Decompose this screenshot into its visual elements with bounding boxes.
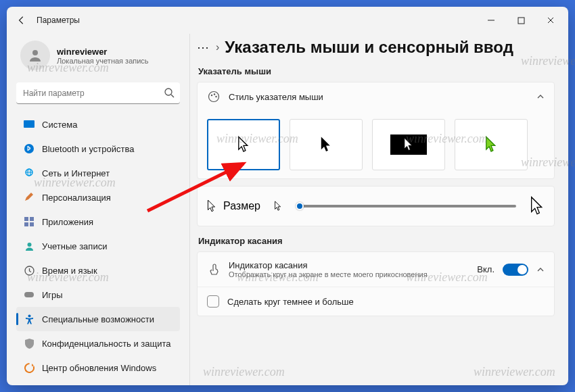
nav-accessibility[interactable]: Специальные возможности bbox=[16, 307, 180, 331]
section-pointer: Указатель мыши bbox=[198, 66, 555, 76]
svg-point-3 bbox=[165, 89, 172, 95]
pointer-style-inverted[interactable] bbox=[372, 119, 445, 170]
svg-point-2 bbox=[32, 50, 38, 55]
svg-point-19 bbox=[211, 95, 212, 96]
person-icon bbox=[23, 240, 35, 252]
svg-line-4 bbox=[171, 95, 174, 97]
nav-privacy[interactable]: Конфиденциальность и защита bbox=[16, 331, 180, 356]
bluetooth-icon bbox=[23, 143, 35, 155]
pointer-size-card: Размер bbox=[197, 186, 555, 226]
nav-system[interactable]: Система bbox=[16, 112, 180, 137]
search-icon bbox=[164, 87, 175, 98]
gamepad-icon bbox=[23, 289, 35, 301]
user-block[interactable]: winreviewer Локальная учетная запись bbox=[16, 34, 180, 77]
svg-point-20 bbox=[214, 93, 215, 95]
svg-rect-12 bbox=[24, 222, 28, 226]
nav-bluetooth[interactable]: Bluetooth и устройства bbox=[16, 137, 180, 161]
slider-thumb[interactable] bbox=[296, 202, 304, 210]
display-icon bbox=[23, 118, 35, 130]
page-title: Указатель мыши и сенсорный ввод bbox=[225, 38, 513, 57]
checkbox[interactable] bbox=[207, 295, 219, 308]
chevron-right-icon: › bbox=[216, 41, 219, 53]
toggle-state: Вкл. bbox=[477, 264, 495, 274]
window-controls bbox=[476, 9, 566, 31]
pointer-style-label: Стиль указателя мыши bbox=[229, 92, 323, 102]
user-sub: Локальная учетная запись bbox=[57, 57, 149, 65]
svg-rect-5 bbox=[24, 120, 34, 128]
chevron-up-icon[interactable] bbox=[536, 266, 545, 274]
nav-label: Система bbox=[42, 120, 77, 130]
nav-label: Учетные записи bbox=[42, 241, 107, 251]
nav-update[interactable]: Центр обновления Windows bbox=[16, 356, 180, 378]
touch-toggle[interactable] bbox=[503, 264, 528, 276]
pointer-size-label: Размер bbox=[223, 200, 260, 212]
titlebar: Параметры bbox=[7, 7, 568, 34]
search-input[interactable] bbox=[16, 82, 180, 104]
pointer-style-card: Стиль указателя мыши bbox=[197, 82, 555, 179]
nav-personalization[interactable]: Персонализация bbox=[16, 185, 180, 210]
touch-sub: Отображать круг на экране в месте моего … bbox=[229, 270, 428, 278]
svg-point-14 bbox=[27, 243, 31, 247]
nav-label: Сеть и Интернет bbox=[42, 168, 110, 178]
cursor-min-icon bbox=[274, 201, 282, 212]
svg-rect-13 bbox=[30, 222, 34, 226]
minimize-button[interactable] bbox=[476, 9, 506, 31]
nav-label: Конфиденциальность и защита bbox=[42, 339, 171, 349]
network-icon bbox=[23, 167, 35, 179]
nav-label: Bluetooth и устройства bbox=[42, 144, 134, 154]
touch-icon bbox=[207, 264, 221, 276]
svg-point-21 bbox=[215, 96, 216, 97]
pointer-style-options bbox=[198, 111, 554, 178]
update-icon bbox=[23, 362, 35, 374]
pointer-style-row[interactable]: Стиль указателя мыши bbox=[198, 82, 554, 111]
touch-indicator-row[interactable]: Индикатор касания Отображать круг на экр… bbox=[198, 252, 554, 287]
size-slider[interactable] bbox=[296, 205, 516, 207]
nav-label: Центр обновления Windows bbox=[42, 363, 156, 373]
palette-icon bbox=[207, 91, 221, 103]
close-button[interactable] bbox=[536, 9, 566, 31]
svg-point-18 bbox=[209, 92, 219, 102]
section-touch: Индикатор касания bbox=[198, 236, 555, 246]
nav-label: Время и язык bbox=[42, 266, 97, 276]
nav-apps[interactable]: Приложения bbox=[16, 210, 180, 234]
nav-label: Персонализация bbox=[42, 193, 111, 203]
clock-icon bbox=[23, 264, 35, 276]
shield-icon bbox=[23, 337, 35, 349]
search-box bbox=[16, 82, 180, 104]
body: winreviewer Локальная учетная запись Сис… bbox=[7, 34, 568, 385]
touch-title: Индикатор касания bbox=[229, 260, 428, 270]
pointer-style-custom[interactable] bbox=[455, 119, 528, 170]
avatar bbox=[20, 41, 50, 70]
svg-rect-1 bbox=[518, 18, 524, 24]
maximize-button[interactable] bbox=[506, 9, 536, 31]
chevron-up-icon bbox=[536, 93, 545, 101]
brush-icon bbox=[23, 191, 35, 203]
cursor-small-icon bbox=[207, 199, 216, 213]
nav-label: Приложения bbox=[42, 217, 93, 227]
sidebar: winreviewer Локальная учетная запись Сис… bbox=[7, 34, 189, 385]
app-title: Параметры bbox=[37, 16, 80, 25]
settings-window: Параметры winreviewer Локальная учетная … bbox=[7, 7, 568, 385]
pointer-style-black[interactable] bbox=[290, 119, 363, 170]
nav-time[interactable]: Время и язык bbox=[16, 258, 180, 283]
content: ⋯ › Указатель мыши и сенсорный ввод Указ… bbox=[189, 34, 568, 385]
accessibility-icon bbox=[23, 313, 35, 325]
cursor-max-icon bbox=[530, 196, 545, 216]
pointer-style-white[interactable] bbox=[207, 119, 280, 170]
svg-rect-10 bbox=[24, 217, 28, 221]
touch-card: Индикатор касания Отображать круг на экр… bbox=[197, 251, 555, 316]
back-button[interactable] bbox=[9, 8, 34, 32]
nav-label: Игры bbox=[42, 290, 63, 300]
nav-gaming[interactable]: Игры bbox=[16, 283, 180, 307]
user-name: winreviewer bbox=[57, 47, 149, 57]
touch-opt-label: Сделать круг темнее и больше bbox=[227, 297, 354, 307]
svg-rect-11 bbox=[30, 217, 34, 221]
nav-network[interactable]: Сеть и Интернет bbox=[16, 161, 180, 185]
touch-darker-row[interactable]: Сделать круг темнее и больше bbox=[198, 287, 554, 316]
breadcrumb-more[interactable]: ⋯ bbox=[197, 40, 210, 55]
pointer-size-row: Размер bbox=[198, 187, 554, 226]
nav-label: Специальные возможности bbox=[42, 314, 154, 324]
svg-rect-16 bbox=[24, 292, 34, 297]
nav-accounts[interactable]: Учетные записи bbox=[16, 234, 180, 258]
svg-point-17 bbox=[28, 314, 30, 317]
